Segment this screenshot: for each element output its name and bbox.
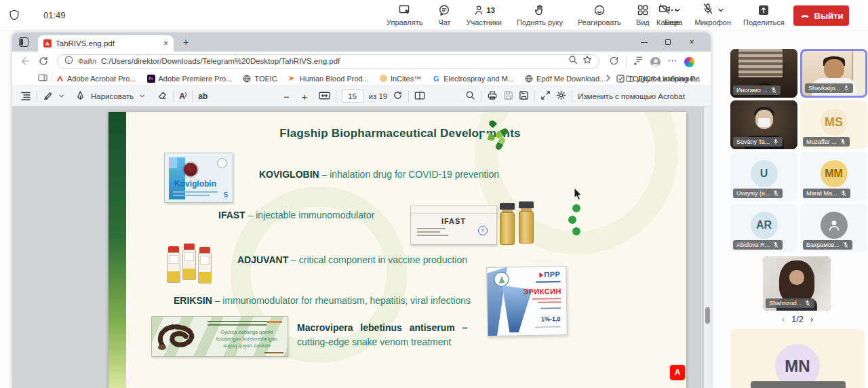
participants-button[interactable]: 13 Участники xyxy=(466,3,502,26)
other-favorites-folder[interactable]: Другое избранное xyxy=(626,75,700,83)
toc-icon[interactable] xyxy=(20,90,31,103)
bookmark-epdf[interactable]: Epdf Me Download... xyxy=(525,75,606,83)
participant-tile-inogamo[interactable]: Иногамо ... xyxy=(730,49,797,98)
mouse-cursor xyxy=(574,187,583,203)
browser-essentials-icon[interactable] xyxy=(609,56,619,69)
tab-close-icon[interactable]: × xyxy=(163,39,168,48)
mic-muted-icon xyxy=(804,300,811,307)
window-close-button[interactable]: × xyxy=(687,37,696,47)
share-button[interactable]: Поделиться xyxy=(743,3,785,26)
camera-chevron-icon[interactable] xyxy=(674,4,681,16)
mic-muted-icon xyxy=(840,190,847,197)
copilot-icon[interactable] xyxy=(684,57,694,67)
raise-hand-button[interactable]: Поднять руку xyxy=(517,3,563,26)
speaker-tile[interactable]: MN xyxy=(730,329,865,388)
participant-name-label: Бахрамов... xyxy=(803,240,852,250)
highlighter-chevron-icon[interactable] xyxy=(58,92,64,101)
package-emblem xyxy=(494,271,509,286)
fullscreen-icon[interactable] xyxy=(540,90,551,102)
eraser-icon[interactable] xyxy=(157,90,167,102)
collections-icon[interactable] xyxy=(633,56,644,69)
draw-label[interactable]: Нарисовать xyxy=(91,92,134,100)
page-number-input[interactable]: 15 xyxy=(342,90,363,103)
favorite-star-icon[interactable] xyxy=(583,55,592,67)
globe-favicon xyxy=(243,75,251,83)
print-icon[interactable] xyxy=(487,90,498,102)
bookmark-adobe-premiere[interactable]: PrAdobe Premiere Pro... xyxy=(147,75,233,83)
tab-center-icon[interactable] xyxy=(38,74,47,83)
page-total-label: из 19 xyxy=(369,92,388,100)
text-tools-icon[interactable]: ab xyxy=(198,92,208,101)
pdf-scrollbar-thumb[interactable] xyxy=(705,307,710,324)
zoom-out-button[interactable]: − xyxy=(283,91,290,102)
bookmark-toeic[interactable]: TOEIC xyxy=(243,75,277,83)
participant-tile-marat[interactable]: MM Marat Ma... xyxy=(800,152,867,201)
read-aloud-icon[interactable]: A) xyxy=(179,92,186,101)
bookmark-incites[interactable]: InCites™ xyxy=(380,75,421,83)
window-restore-button[interactable] xyxy=(663,37,673,47)
participant-tile-shahrizod[interactable]: Shahrizod... xyxy=(763,256,831,311)
mic-chevron-icon[interactable] xyxy=(717,4,724,16)
slide-page: Flagship Biopharmaceutical Developments … xyxy=(108,112,686,388)
react-smiley-icon xyxy=(593,3,606,17)
pdf-viewport[interactable]: Flagship Biopharmaceutical Developments … xyxy=(12,106,711,388)
leave-button[interactable]: Выйти xyxy=(793,5,849,26)
refresh-icon[interactable] xyxy=(38,56,49,69)
acrobat-extension-badge[interactable]: A xyxy=(670,365,685,380)
manage-button[interactable]: Управлять xyxy=(387,3,422,26)
mic-on-icon xyxy=(772,138,779,145)
browser-tab[interactable]: A TahRIVS.eng.pdf × xyxy=(38,35,174,52)
product-ifast: IFAST – injectable immunomodulator xyxy=(218,210,374,220)
participant-tile-muzaffar[interactable]: MS Muzaffar ... xyxy=(800,100,867,149)
save-as-icon[interactable] xyxy=(519,90,529,102)
settings-ellipsis-icon[interactable] xyxy=(667,56,677,69)
hangup-icon xyxy=(800,10,810,21)
mic-muted-icon xyxy=(842,241,849,248)
page-view-icon[interactable] xyxy=(414,91,425,102)
view-button[interactable]: Вид xyxy=(636,3,650,26)
package-logo xyxy=(217,158,227,168)
bookmarks-overflow-chevron[interactable] xyxy=(605,74,612,83)
mic-button[interactable]: Микрофон xyxy=(694,3,731,26)
camera-button[interactable]: Камера xyxy=(656,3,682,26)
site-info-icon[interactable] xyxy=(64,55,73,67)
participant-tile-uvaysiy[interactable]: U Uvaysiy (н... xyxy=(730,152,797,201)
zoom-in-button[interactable]: + xyxy=(302,91,308,102)
rotate-icon[interactable] xyxy=(393,90,403,102)
new-tab-button[interactable]: + xyxy=(183,37,189,47)
participant-tile-sovany[interactable]: Sovány Ta... xyxy=(730,100,797,149)
participant-tile-abidova[interactable]: AR Abidova R... xyxy=(730,203,797,252)
participant-name-label: Иногамо ... xyxy=(733,85,781,95)
search-icon[interactable] xyxy=(465,90,475,102)
edit-with-acrobat-button[interactable]: Изменить с помощью Acrobat xyxy=(578,92,685,100)
page-next-icon[interactable]: › xyxy=(810,314,813,324)
highlighter-icon[interactable] xyxy=(43,90,53,102)
page-prev-icon[interactable]: ‹ xyxy=(782,314,785,324)
participant-tile-shavkatjo[interactable]: Shavkatjo... xyxy=(800,49,867,98)
react-button[interactable]: Реагировать xyxy=(578,3,621,26)
url-text: C:/Users/direktor/Downloads/Telegram%20D… xyxy=(101,57,564,65)
bookmark-human-blood[interactable]: Human Blood Prod... xyxy=(288,75,369,83)
back-icon[interactable] xyxy=(19,56,30,69)
pdf-scrollbar[interactable] xyxy=(704,106,711,388)
profile-avatar[interactable] xyxy=(650,57,660,67)
meeting-info-shield-icon[interactable] xyxy=(8,9,20,24)
window-minimize-button[interactable] xyxy=(639,37,649,47)
raise-hand-icon xyxy=(533,3,547,17)
participant-tile-bahramov[interactable]: Бахрамов... xyxy=(800,203,867,252)
draw-chevron-icon[interactable] xyxy=(139,92,145,101)
browser-window: A TahRIVS.eng.pdf × + × Файл C:/Users/di… xyxy=(12,33,711,388)
chat-button[interactable]: Чат xyxy=(437,3,451,26)
person-avatar-icon xyxy=(821,212,848,239)
toolbar-divider xyxy=(649,5,650,26)
url-field[interactable]: Файл C:/Users/direktor/Downloads/Telegra… xyxy=(57,54,599,69)
bookmark-electrospray[interactable]: GElectrospray and M... xyxy=(432,75,514,83)
bookmark-adobe-acrobat[interactable]: Adobe Acrobat Pro... xyxy=(56,75,136,83)
settings-gear-icon[interactable] xyxy=(556,90,566,102)
workspaces-icon[interactable] xyxy=(19,37,28,47)
zoom-page-icon[interactable] xyxy=(568,55,578,67)
draw-pen-icon[interactable] xyxy=(75,90,85,102)
fit-width-icon[interactable] xyxy=(319,91,330,102)
speaker-name-label xyxy=(751,381,846,388)
eriksin-package-image: ПРР ЭРИКСИН 1%-1,0 xyxy=(486,266,568,336)
